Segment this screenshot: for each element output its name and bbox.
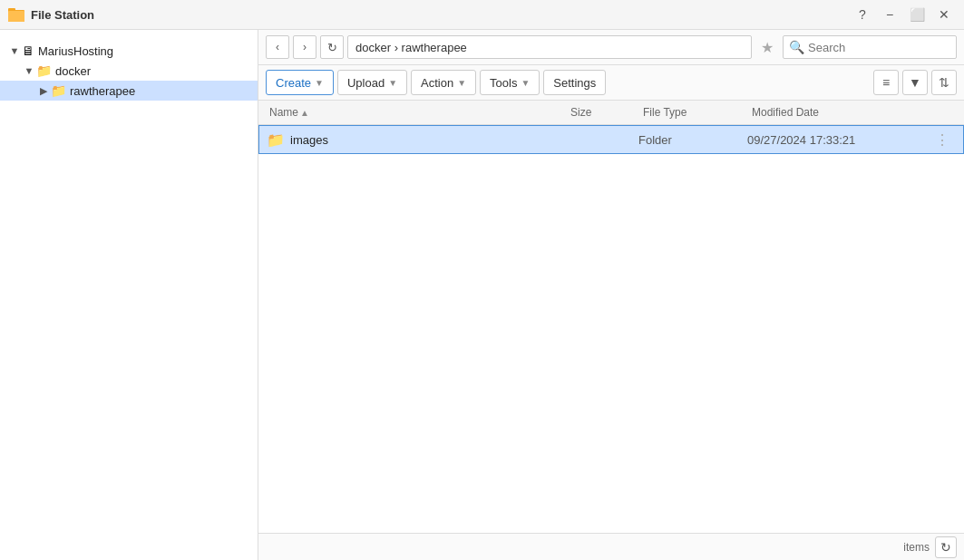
- folder-icon: 📁: [36, 63, 52, 78]
- toolbar: Create ▼ Upload ▼ Action ▼ Tools ▼ Setti…: [258, 65, 964, 101]
- sidebar-item-label: rawtherapee: [70, 84, 135, 98]
- status-refresh-button[interactable]: ↻: [935, 536, 957, 558]
- view-options-button[interactable]: ▼: [902, 70, 928, 95]
- file-type: Folder: [638, 133, 747, 147]
- app-body: ▼ 🖥 MariusHosting ▼ 📁 docker ▶ 📁 rawther…: [0, 30, 964, 560]
- list-view-button[interactable]: ≡: [873, 70, 899, 95]
- file-name: images: [290, 133, 328, 147]
- tools-label: Tools: [490, 76, 517, 90]
- column-file-type: File Type: [639, 104, 748, 121]
- maximize-button[interactable]: ⬜: [904, 4, 930, 25]
- column-modified-date: Modified Date: [748, 104, 930, 121]
- minimize-button[interactable]: −: [877, 4, 902, 25]
- file-date: 09/27/2024 17:33:21: [747, 133, 929, 147]
- action-button[interactable]: Action ▼: [411, 70, 476, 95]
- window-controls: ? − ⬜ ✕: [850, 4, 957, 25]
- toggle-icon: ▼: [7, 45, 22, 56]
- search-box: 🔍: [783, 35, 957, 59]
- file-name-cell: 📁 images: [267, 131, 566, 149]
- sort-options-button[interactable]: ⇅: [931, 70, 957, 95]
- address-bar: ‹ › ↻ docker › rawtherapee ★ 🔍: [258, 30, 964, 65]
- search-icon: 🔍: [789, 40, 804, 54]
- settings-label: Settings: [553, 76, 596, 90]
- table-row[interactable]: 📁 images Folder 09/27/2024 17:33:21 ⋮: [258, 125, 964, 154]
- create-button[interactable]: Create ▼: [266, 70, 334, 95]
- sidebar-item-label: MariusHosting: [38, 44, 113, 58]
- forward-button[interactable]: ›: [293, 35, 316, 59]
- help-button[interactable]: ?: [850, 4, 875, 25]
- app-title: File Station: [31, 8, 94, 22]
- file-list-header: Name ▲ Size File Type Modified Date: [258, 101, 964, 125]
- path-text: docker › rawtherapee: [355, 41, 467, 54]
- action-label: Action: [421, 76, 453, 90]
- server-icon: 🖥: [22, 43, 34, 58]
- close-button[interactable]: ✕: [931, 4, 957, 25]
- folder-icon: 📁: [51, 83, 66, 98]
- action-dropdown-arrow: ▼: [457, 78, 466, 88]
- column-name[interactable]: Name ▲: [266, 104, 567, 121]
- path-bar: docker › rawtherapee: [347, 35, 752, 59]
- main-content: ‹ › ↻ docker › rawtherapee ★ 🔍 Create ▼ …: [258, 30, 964, 560]
- toggle-icon: ▼: [22, 65, 36, 76]
- titlebar: File Station ? − ⬜ ✕: [0, 0, 964, 30]
- create-label: Create: [276, 76, 311, 90]
- file-tree: ▼ 🖥 MariusHosting ▼ 📁 docker ▶ 📁 rawther…: [0, 37, 258, 104]
- column-menu: [930, 104, 957, 121]
- sidebar-item-docker[interactable]: ▼ 📁 docker: [0, 61, 258, 81]
- settings-button[interactable]: Settings: [543, 70, 606, 95]
- sidebar-item-mariushosting[interactable]: ▼ 🖥 MariusHosting: [0, 41, 258, 61]
- back-button[interactable]: ‹: [266, 35, 289, 59]
- sidebar-item-rawtherapee[interactable]: ▶ 📁 rawtherapee: [0, 81, 258, 101]
- folder-icon: 📁: [267, 131, 285, 149]
- svg-rect-2: [8, 11, 24, 22]
- sidebar-item-label: docker: [55, 64, 91, 78]
- status-bar: items ↻: [258, 533, 964, 560]
- column-size: Size: [567, 104, 639, 121]
- upload-label: Upload: [347, 76, 385, 90]
- app-icon: [7, 5, 25, 24]
- upload-button[interactable]: Upload ▼: [337, 70, 407, 95]
- create-dropdown-arrow: ▼: [315, 78, 324, 88]
- favorite-button[interactable]: ★: [755, 35, 779, 59]
- row-menu-button[interactable]: ⋮: [929, 131, 956, 149]
- items-label: items: [903, 541, 930, 554]
- file-list: Name ▲ Size File Type Modified Date 📁 im…: [258, 101, 964, 533]
- toggle-icon: ▶: [36, 85, 51, 97]
- tools-dropdown-arrow: ▼: [521, 78, 530, 88]
- search-input[interactable]: [808, 41, 944, 54]
- refresh-button[interactable]: ↻: [320, 35, 344, 59]
- sidebar: ▼ 🖥 MariusHosting ▼ 📁 docker ▶ 📁 rawther…: [0, 30, 258, 560]
- upload-dropdown-arrow: ▼: [388, 78, 397, 88]
- tools-button[interactable]: Tools ▼: [480, 70, 540, 95]
